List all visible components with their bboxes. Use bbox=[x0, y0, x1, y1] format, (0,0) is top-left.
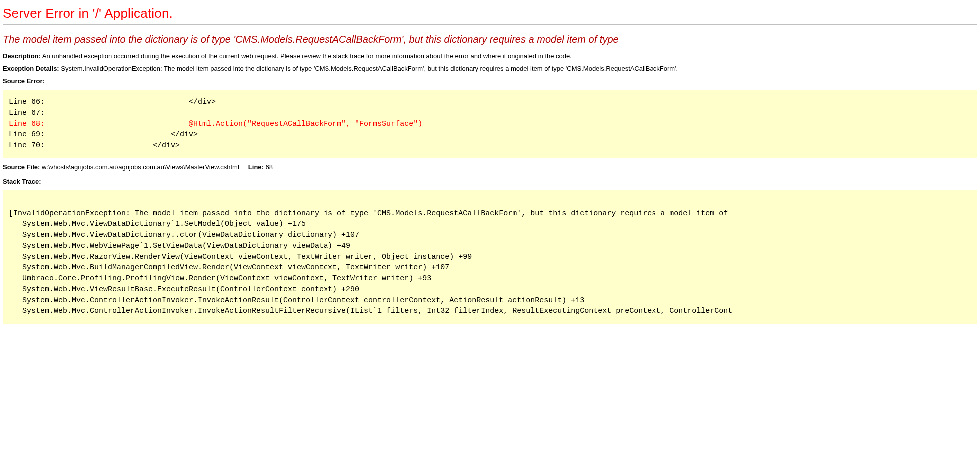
exception-section: Exception Details: System.InvalidOperati… bbox=[3, 65, 977, 72]
source-error-block: Line 66: </div> Line 67: Line 68: @Html.… bbox=[3, 90, 977, 158]
exception-text: System.InvalidOperationException: The mo… bbox=[61, 65, 678, 72]
description-text: An unhandled exception occurred during t… bbox=[42, 52, 572, 60]
page-title: Server Error in '/' Application. bbox=[3, 6, 977, 21]
error-heading: The model item passed into the dictionar… bbox=[3, 34, 977, 45]
exception-label: Exception Details: bbox=[3, 65, 59, 72]
description-label: Description: bbox=[3, 52, 41, 60]
source-line-67: Line 67: bbox=[9, 109, 45, 117]
source-file-label: Source File: bbox=[3, 163, 40, 171]
line-value: 68 bbox=[266, 163, 273, 171]
source-file-value: w:\vhosts\agrijobs.com.au\agrijobs.com.a… bbox=[42, 163, 239, 171]
source-line-68: Line 68: @Html.Action("RequestACallBackF… bbox=[9, 120, 422, 128]
source-error-pre: Line 66: </div> Line 67: Line 68: @Html.… bbox=[9, 97, 971, 151]
divider bbox=[3, 24, 977, 25]
source-line-69: Line 69: </div> bbox=[9, 130, 198, 139]
source-file-line: Source File: w:\vhosts\agrijobs.com.au\a… bbox=[3, 163, 977, 171]
stack-trace-section: Stack Trace: bbox=[3, 178, 977, 185]
source-error-section: Source Error: bbox=[3, 77, 977, 85]
source-line-70: Line 70: </div> bbox=[9, 141, 180, 150]
description-section: Description: An unhandled exception occu… bbox=[3, 52, 977, 60]
stack-trace-block: [InvalidOperationException: The model it… bbox=[3, 190, 977, 324]
stack-trace-label: Stack Trace: bbox=[3, 178, 41, 185]
source-error-label: Source Error: bbox=[3, 77, 45, 85]
source-line-66: Line 66: </div> bbox=[9, 98, 216, 106]
stack-trace-pre: [InvalidOperationException: The model it… bbox=[9, 197, 971, 317]
line-label: Line: bbox=[248, 163, 264, 171]
